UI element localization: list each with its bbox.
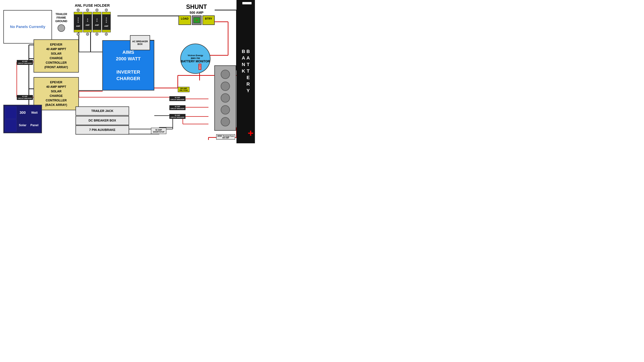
anl-bottom-3 bbox=[92, 30, 101, 32]
anl-screw-bottom-1 bbox=[77, 33, 80, 36]
anl-fuse-1: 300AMP bbox=[74, 8, 82, 36]
shunt-boxes: LOAD + BTRY bbox=[178, 15, 215, 25]
trailer-jack: TRAILER JACK bbox=[76, 106, 129, 116]
circuit-breaker-4: 40 AMP CIRCUIT BREAKER bbox=[170, 105, 186, 110]
anl-top-4 bbox=[102, 12, 111, 14]
battery-plus-symbol: + bbox=[248, 128, 254, 138]
solar-type: Watt bbox=[29, 107, 40, 119]
solar-watts: 300 bbox=[17, 107, 28, 119]
shunt-plus-symbol: + bbox=[196, 18, 198, 22]
anl-fuse-4: 300AMP bbox=[102, 8, 111, 36]
shortstop-50: 50 AMPSHORTSTOP bbox=[151, 128, 166, 134]
anl-bottom-4 bbox=[102, 30, 111, 32]
circuit-breaker-5: 30 AMP CIRCUIT BREAKER bbox=[170, 114, 186, 119]
solar-cell-2 bbox=[5, 119, 16, 132]
epever-front-controller: EPEVER 40 AMP MPPT SOLAR CHARGE CONTROLL… bbox=[34, 39, 79, 72]
anl-fuse-3: 40AMP bbox=[92, 8, 101, 36]
ac-breaker-box: AC BREAKER BOX bbox=[130, 35, 150, 50]
anl-bottom-1 bbox=[74, 30, 82, 32]
anl-fuse-holder: ANL FUSE HOLDER 300AMP 40AMP 40AMP bbox=[74, 3, 111, 36]
shunt-title: SHUNT bbox=[186, 3, 207, 10]
victron-bmv700: Victron Energy BMV-700 BATTERY MONITOR bbox=[180, 43, 210, 74]
anl-fuse-2: 40AMP bbox=[83, 8, 92, 36]
solar-label2: Panel bbox=[29, 119, 40, 132]
anl-screw-top-4 bbox=[105, 8, 108, 11]
wiring-diagram: No Panels Currently ANL FUSE HOLDER 300A… bbox=[0, 0, 255, 143]
shunt: SHUNT 500 AMP LOAD + BTRY bbox=[178, 3, 215, 25]
ground-symbol bbox=[58, 24, 65, 32]
battery-cell-1 bbox=[221, 70, 230, 79]
shunt-load-box: LOAD bbox=[178, 15, 191, 25]
anl-body-4: 300AMP bbox=[102, 14, 111, 30]
solar-label1: Solar bbox=[17, 119, 28, 132]
anl-top-1 bbox=[74, 12, 82, 14]
anl-screw-top-2 bbox=[86, 8, 89, 11]
shunt-amps: 500 AMP bbox=[190, 11, 204, 14]
anl-top-2 bbox=[83, 12, 92, 14]
anl-screw-bottom-3 bbox=[96, 33, 98, 36]
victron-model: BMV-700 bbox=[191, 57, 200, 60]
circuit-breaker-1: 40 AMP CIRCUIT BREAKER bbox=[17, 60, 33, 65]
7pin-aux-brake: 7 PIN AUX/BRAKE bbox=[76, 125, 129, 135]
trailer-frame-ground: TRAILER FRAME GROUND bbox=[55, 12, 67, 32]
circuit-breaker-3: 40 AMP CIRCUIT BREAKER bbox=[170, 96, 186, 101]
battery-cells bbox=[214, 65, 236, 131]
victron-brand: Victron Energy bbox=[188, 54, 203, 57]
anl-200-fuse: 200 AMPANL FUSE bbox=[178, 87, 190, 92]
mrbf-terminal-fuse: MRBF Terminal Fuse300 AMP bbox=[216, 134, 235, 140]
trailer-frame-text: TRAILER FRAME GROUND bbox=[55, 12, 67, 23]
battery-minus-bar bbox=[242, 2, 252, 4]
fuse-label: FUSE bbox=[198, 64, 202, 70]
no-panels-box: No Panels Currently bbox=[3, 10, 52, 43]
shunt-btry-box: BTRY bbox=[202, 15, 215, 25]
aims-text: AIMS 2000 WATT INVERTER CHARGER bbox=[116, 49, 140, 82]
anl-screw-top-1 bbox=[77, 8, 80, 11]
battery-bank: BATTERYBANK + bbox=[236, 0, 255, 143]
no-panels-text: No Panels Currently bbox=[10, 25, 45, 29]
anl-screw-bottom-2 bbox=[86, 33, 89, 36]
battery-bank-label: BATTERYBANK bbox=[241, 49, 250, 94]
anl-screw-bottom-4 bbox=[105, 33, 108, 36]
circuit-breaker-2: 40 AMP CIRCUIT BREAKER bbox=[17, 95, 33, 100]
anl-screw-top-3 bbox=[96, 8, 98, 11]
battery-cell-3 bbox=[221, 93, 230, 103]
battery-cell-2 bbox=[221, 82, 230, 91]
solar-cell-1 bbox=[5, 107, 16, 119]
battery-cell-5 bbox=[221, 117, 230, 126]
anl-title: ANL FUSE HOLDER bbox=[75, 3, 110, 8]
anl-top-3 bbox=[92, 12, 101, 14]
anl-body-3: 40AMP bbox=[92, 14, 101, 30]
anl-bottom-2 bbox=[83, 30, 92, 32]
anl-body-2: 40AMP bbox=[83, 14, 92, 30]
victron-label: BATTERY MONITOR bbox=[181, 60, 210, 63]
dc-breaker-box: DC BREAKER BOX bbox=[76, 116, 129, 125]
anl-fuses: 300AMP 40AMP 40AMP 300AMP bbox=[74, 8, 111, 36]
battery-cell-4 bbox=[221, 105, 230, 114]
solar-panel: 300 Watt Solar Panel bbox=[3, 105, 42, 133]
anl-body-1: 300AMP bbox=[74, 14, 82, 30]
